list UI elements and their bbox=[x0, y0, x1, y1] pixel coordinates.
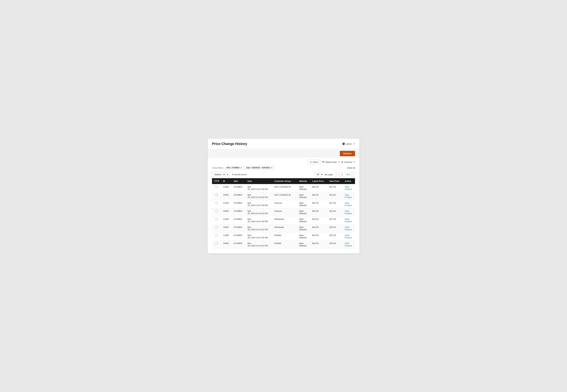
cell-customer-group-5: Wholesale bbox=[272, 224, 297, 233]
cell-date-1: Mar29, 2023 10:10:16 PM bbox=[246, 192, 273, 200]
cell-checkbox-5[interactable] bbox=[212, 224, 221, 233]
cell-checkbox-4[interactable] bbox=[212, 216, 221, 224]
cell-checkbox-7[interactable] bbox=[212, 240, 221, 249]
cell-action-0[interactable]: ViewProduct bbox=[343, 184, 355, 192]
date-filter-close[interactable]: ✕ bbox=[271, 167, 273, 169]
row-checkbox-5[interactable] bbox=[215, 226, 218, 228]
per-page-select[interactable]: 20 bbox=[315, 172, 323, 177]
columns-label: Columns bbox=[344, 161, 352, 163]
cell-website-2: MainWebsite bbox=[297, 200, 310, 208]
next-page-button[interactable]: › bbox=[351, 172, 355, 177]
cell-customer-group-4: Wholesale bbox=[272, 216, 297, 224]
cell-id-2: 11083 bbox=[221, 200, 232, 208]
view-product-link-6[interactable]: ViewProduct bbox=[345, 234, 352, 239]
restore-button[interactable]: Restore bbox=[340, 151, 355, 156]
row-checkbox-4[interactable] bbox=[215, 218, 218, 220]
cell-sku-6: 24-WB02 bbox=[232, 233, 246, 240]
cell-action-7[interactable]: ViewProduct bbox=[343, 240, 355, 249]
th-date[interactable]: Date bbox=[246, 178, 273, 184]
cell-checkbox-1[interactable] bbox=[212, 192, 221, 200]
view-product-link-7[interactable]: ViewProduct bbox=[345, 242, 352, 247]
th-id[interactable]: ID bbox=[221, 178, 232, 184]
cell-checkbox-3[interactable] bbox=[212, 208, 221, 216]
date-filter-value: Date: 3/29/2023 - 3/29/2023 bbox=[246, 167, 270, 169]
cell-sku-7: 24-WB02 bbox=[232, 240, 246, 249]
row-checkbox-3[interactable] bbox=[215, 210, 218, 212]
cell-latest-price-1: $32.00 bbox=[310, 192, 328, 200]
prev-page-button[interactable]: ‹ bbox=[334, 172, 338, 177]
cell-action-6[interactable]: ViewProduct bbox=[343, 233, 355, 240]
pagination-row: Actions ▼ 8 records found 20 per page ‹ … bbox=[207, 170, 360, 178]
view-product-link-0[interactable]: ViewProduct bbox=[345, 186, 352, 190]
cell-date-6: Mar29, 2023 10:37:39 PM bbox=[246, 233, 273, 240]
th-website[interactable]: Website bbox=[297, 178, 310, 184]
header-checkbox[interactable] bbox=[214, 180, 219, 182]
row-checkbox-7[interactable] bbox=[215, 242, 218, 244]
row-checkbox-0[interactable] bbox=[215, 186, 218, 188]
cell-website-4: MainWebsite bbox=[297, 216, 310, 224]
user-dropdown-arrow[interactable]: ▼ bbox=[353, 143, 355, 145]
of-total-label: of 1 bbox=[346, 173, 350, 176]
table-row: 10055 24-WB02 Mar29, 2023 10:10:16 PM Re… bbox=[212, 240, 355, 249]
cell-website-7: MainWebsite bbox=[297, 240, 310, 249]
active-filters-row: Active filters: SKU: 24-WB02 ✕ Date: 3/2… bbox=[207, 164, 360, 170]
cell-action-1[interactable]: ViewProduct bbox=[343, 192, 355, 200]
clear-all-link[interactable]: Clear all bbox=[347, 167, 355, 169]
sku-filter-close[interactable]: ✕ bbox=[240, 167, 242, 169]
cell-checkbox-6[interactable] bbox=[212, 233, 221, 240]
filter-row: ▼ Filters 👁 Default View ▼ ⚙ Columns ▼ bbox=[207, 158, 360, 164]
cell-sku-5: 24-WB02 bbox=[232, 224, 246, 233]
view-label: Default View bbox=[325, 161, 337, 163]
view-product-link-3[interactable]: ViewProduct bbox=[345, 210, 352, 215]
view-product-link-4[interactable]: ViewProduct bbox=[345, 218, 352, 223]
row-checkbox-2[interactable] bbox=[215, 202, 218, 204]
pagination-right: 20 per page ‹ of 1 › bbox=[315, 172, 355, 177]
th-new-price[interactable]: New Price bbox=[328, 178, 343, 184]
row-checkbox-1[interactable] bbox=[215, 194, 218, 196]
cell-date-3: Mar29, 2023 10:10:16 PM bbox=[246, 208, 273, 216]
cell-new-price-1: $22.00 bbox=[328, 192, 343, 200]
actions-select[interactable]: Actions bbox=[212, 172, 225, 177]
cell-latest-price-2: $22.00 bbox=[310, 200, 328, 208]
filters-button[interactable]: ▼ Filters bbox=[308, 160, 320, 164]
th-customer-group[interactable]: Customer Group ↓ bbox=[272, 178, 297, 184]
default-view-button[interactable]: 👁 Default View ▼ bbox=[322, 161, 340, 164]
cell-new-price-0: $27.00 bbox=[328, 184, 343, 192]
table-row: 11084 24-WB02 Mar29, 2023 10:37:39 PM Wh… bbox=[212, 216, 355, 224]
cell-date-5: Mar29, 2023 10:10:16 PM bbox=[246, 224, 273, 233]
sort-arrow-customer-group: ↓ bbox=[292, 180, 293, 182]
cell-action-4[interactable]: ViewProduct bbox=[343, 216, 355, 224]
page-number-input[interactable] bbox=[339, 172, 345, 177]
cell-latest-price-6: $22.00 bbox=[310, 233, 328, 240]
page-title: Price Change History bbox=[212, 142, 247, 146]
view-dropdown-arrow: ▼ bbox=[338, 161, 340, 163]
columns-dropdown-arrow: ▼ bbox=[353, 161, 355, 163]
cell-action-5[interactable]: ViewProduct bbox=[343, 224, 355, 233]
cell-date-0: Mar29, 2023 10:37:39 PM bbox=[246, 184, 273, 192]
actions-arrow-button[interactable]: ▼ bbox=[225, 172, 230, 177]
cell-customer-group-7: Retailer bbox=[272, 240, 297, 249]
cell-sku-1: 24-WB02 bbox=[232, 192, 246, 200]
th-latest-price[interactable]: Latest Price bbox=[310, 178, 328, 184]
table-row: 11082 24-WB02 Mar29, 2023 10:37:39 PM NO… bbox=[212, 184, 355, 192]
data-table: ID SKU Date Customer Group ↓ Website Lat… bbox=[212, 178, 355, 249]
table-row: 10054 24-WB02 Mar29, 2023 10:10:16 PM Wh… bbox=[212, 224, 355, 233]
cell-sku-3: 24-WB02 bbox=[232, 208, 246, 216]
th-sku[interactable]: SKU bbox=[232, 178, 246, 184]
cell-checkbox-0[interactable] bbox=[212, 184, 221, 192]
row-checkbox-6[interactable] bbox=[215, 234, 218, 236]
view-product-link-5[interactable]: ViewProduct bbox=[345, 226, 352, 231]
view-product-link-2[interactable]: ViewProduct bbox=[345, 202, 352, 207]
cell-action-2[interactable]: ViewProduct bbox=[343, 200, 355, 208]
cell-date-2: Mar29, 2023 10:37:39 PM bbox=[246, 200, 273, 208]
cell-new-price-6: $27.00 bbox=[328, 233, 343, 240]
th-checkbox[interactable] bbox=[212, 178, 221, 184]
cell-checkbox-2[interactable] bbox=[212, 200, 221, 208]
cell-date-4: Mar29, 2023 10:37:39 PM bbox=[246, 216, 273, 224]
cell-action-3[interactable]: ViewProduct bbox=[343, 208, 355, 216]
columns-button[interactable]: ⚙ Columns ▼ bbox=[341, 161, 355, 163]
table-row: 10052 24-WB02 Mar29, 2023 10:10:16 PM NO… bbox=[212, 192, 355, 200]
username-label: admin bbox=[346, 143, 352, 145]
date-filter-tag: Date: 3/29/2023 - 3/29/2023 ✕ bbox=[245, 166, 274, 169]
view-product-link-1[interactable]: ViewProduct bbox=[345, 194, 352, 198]
